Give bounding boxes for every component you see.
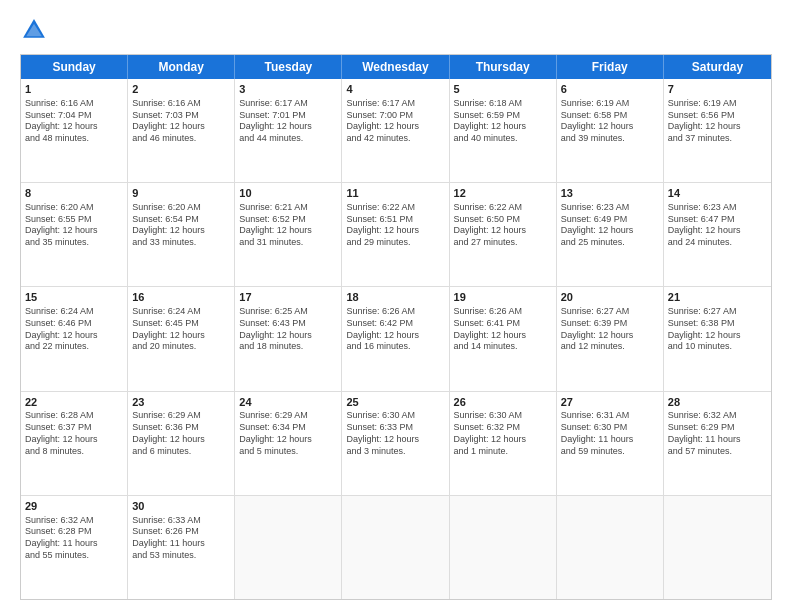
calendar-day: 8Sunrise: 6:20 AMSunset: 6:55 PMDaylight…	[21, 183, 128, 286]
day-number: 15	[25, 290, 123, 305]
day-info: Sunrise: 6:16 AM	[132, 98, 230, 110]
day-info: Daylight: 12 hours	[346, 225, 444, 237]
calendar-day: 27Sunrise: 6:31 AMSunset: 6:30 PMDayligh…	[557, 392, 664, 495]
day-number: 2	[132, 82, 230, 97]
day-info: Sunrise: 6:31 AM	[561, 410, 659, 422]
weekday-header: Sunday	[21, 55, 128, 79]
day-info: Sunrise: 6:22 AM	[454, 202, 552, 214]
day-info: and 59 minutes.	[561, 446, 659, 458]
day-info: Sunset: 6:52 PM	[239, 214, 337, 226]
day-info: Sunrise: 6:33 AM	[132, 515, 230, 527]
day-info: Daylight: 11 hours	[25, 538, 123, 550]
calendar-day: 12Sunrise: 6:22 AMSunset: 6:50 PMDayligh…	[450, 183, 557, 286]
day-info: and 48 minutes.	[25, 133, 123, 145]
day-info: and 55 minutes.	[25, 550, 123, 562]
day-info: and 14 minutes.	[454, 341, 552, 353]
day-info: and 31 minutes.	[239, 237, 337, 249]
day-number: 13	[561, 186, 659, 201]
day-info: Daylight: 12 hours	[132, 121, 230, 133]
day-info: Daylight: 12 hours	[239, 434, 337, 446]
day-info: and 35 minutes.	[25, 237, 123, 249]
calendar-day: 21Sunrise: 6:27 AMSunset: 6:38 PMDayligh…	[664, 287, 771, 390]
day-info: and 8 minutes.	[25, 446, 123, 458]
day-info: Sunrise: 6:19 AM	[668, 98, 767, 110]
day-info: Daylight: 12 hours	[239, 121, 337, 133]
day-number: 14	[668, 186, 767, 201]
day-info: Daylight: 12 hours	[25, 121, 123, 133]
day-number: 28	[668, 395, 767, 410]
day-number: 9	[132, 186, 230, 201]
day-info: Sunrise: 6:24 AM	[25, 306, 123, 318]
day-number: 26	[454, 395, 552, 410]
calendar-day: 17Sunrise: 6:25 AMSunset: 6:43 PMDayligh…	[235, 287, 342, 390]
day-info: Sunset: 6:34 PM	[239, 422, 337, 434]
day-info: and 37 minutes.	[668, 133, 767, 145]
calendar-day: 16Sunrise: 6:24 AMSunset: 6:45 PMDayligh…	[128, 287, 235, 390]
weekday-header: Wednesday	[342, 55, 449, 79]
day-info: Sunrise: 6:17 AM	[346, 98, 444, 110]
day-number: 16	[132, 290, 230, 305]
logo-icon	[20, 16, 48, 44]
day-info: Daylight: 12 hours	[454, 121, 552, 133]
weekday-header: Friday	[557, 55, 664, 79]
day-info: Sunset: 7:00 PM	[346, 110, 444, 122]
day-info: Sunrise: 6:21 AM	[239, 202, 337, 214]
calendar-day: 19Sunrise: 6:26 AMSunset: 6:41 PMDayligh…	[450, 287, 557, 390]
calendar-day	[664, 496, 771, 599]
calendar-day: 24Sunrise: 6:29 AMSunset: 6:34 PMDayligh…	[235, 392, 342, 495]
calendar-day: 30Sunrise: 6:33 AMSunset: 6:26 PMDayligh…	[128, 496, 235, 599]
calendar-day: 4Sunrise: 6:17 AMSunset: 7:00 PMDaylight…	[342, 79, 449, 182]
calendar-day: 22Sunrise: 6:28 AMSunset: 6:37 PMDayligh…	[21, 392, 128, 495]
day-info: Sunset: 6:54 PM	[132, 214, 230, 226]
day-info: Sunset: 6:37 PM	[25, 422, 123, 434]
day-number: 21	[668, 290, 767, 305]
day-info: Daylight: 12 hours	[132, 330, 230, 342]
day-info: and 3 minutes.	[346, 446, 444, 458]
day-info: Daylight: 12 hours	[346, 121, 444, 133]
day-number: 11	[346, 186, 444, 201]
day-number: 8	[25, 186, 123, 201]
weekday-header: Tuesday	[235, 55, 342, 79]
day-number: 29	[25, 499, 123, 514]
day-number: 18	[346, 290, 444, 305]
day-info: and 29 minutes.	[346, 237, 444, 249]
day-info: Daylight: 12 hours	[132, 434, 230, 446]
day-info: Sunset: 6:47 PM	[668, 214, 767, 226]
day-info: Daylight: 12 hours	[454, 434, 552, 446]
calendar-day: 26Sunrise: 6:30 AMSunset: 6:32 PMDayligh…	[450, 392, 557, 495]
day-info: Daylight: 12 hours	[239, 225, 337, 237]
calendar-week: 15Sunrise: 6:24 AMSunset: 6:46 PMDayligh…	[21, 287, 771, 391]
day-info: Sunset: 6:26 PM	[132, 526, 230, 538]
page: SundayMondayTuesdayWednesdayThursdayFrid…	[0, 0, 792, 612]
day-info: and 53 minutes.	[132, 550, 230, 562]
day-number: 20	[561, 290, 659, 305]
day-number: 7	[668, 82, 767, 97]
day-info: and 39 minutes.	[561, 133, 659, 145]
day-info: Daylight: 11 hours	[132, 538, 230, 550]
day-number: 10	[239, 186, 337, 201]
calendar-week: 29Sunrise: 6:32 AMSunset: 6:28 PMDayligh…	[21, 496, 771, 599]
day-info: Daylight: 11 hours	[668, 434, 767, 446]
day-info: Sunset: 6:42 PM	[346, 318, 444, 330]
calendar-day: 7Sunrise: 6:19 AMSunset: 6:56 PMDaylight…	[664, 79, 771, 182]
day-info: Sunrise: 6:29 AM	[239, 410, 337, 422]
day-info: Sunrise: 6:32 AM	[25, 515, 123, 527]
day-number: 1	[25, 82, 123, 97]
day-info: and 22 minutes.	[25, 341, 123, 353]
day-info: Sunrise: 6:29 AM	[132, 410, 230, 422]
day-info: Sunset: 6:28 PM	[25, 526, 123, 538]
day-info: and 57 minutes.	[668, 446, 767, 458]
day-number: 5	[454, 82, 552, 97]
day-info: Sunset: 6:41 PM	[454, 318, 552, 330]
day-info: Sunrise: 6:23 AM	[668, 202, 767, 214]
day-info: Daylight: 12 hours	[346, 330, 444, 342]
day-info: Sunset: 6:50 PM	[454, 214, 552, 226]
day-info: and 46 minutes.	[132, 133, 230, 145]
day-info: Sunrise: 6:30 AM	[454, 410, 552, 422]
day-info: Sunset: 6:43 PM	[239, 318, 337, 330]
day-number: 24	[239, 395, 337, 410]
day-info: Daylight: 12 hours	[668, 225, 767, 237]
calendar-day: 1Sunrise: 6:16 AMSunset: 7:04 PMDaylight…	[21, 79, 128, 182]
day-info: Sunrise: 6:27 AM	[668, 306, 767, 318]
day-info: Daylight: 12 hours	[25, 434, 123, 446]
